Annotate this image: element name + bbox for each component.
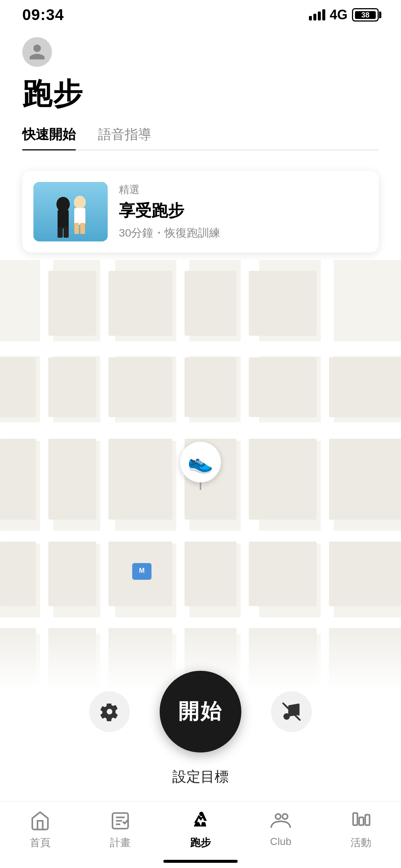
tab-bar: 快速開始 語音指導 — [22, 126, 379, 150]
card-content: 精選 享受跑步 30分鐘・恢復跑訓練 — [119, 183, 368, 241]
block-21 — [249, 542, 317, 607]
block-4 — [249, 271, 317, 336]
nav-label-running: 跑步 — [190, 836, 211, 850]
svg-rect-9 — [80, 223, 85, 234]
tab-quick-start[interactable]: 快速開始 — [22, 126, 76, 150]
nav-label-plan: 計畫 — [110, 836, 131, 850]
music-button[interactable] — [271, 691, 312, 732]
road-h2 — [0, 422, 401, 441]
svg-rect-8 — [74, 223, 79, 234]
card-title: 享受跑步 — [119, 200, 368, 222]
start-button-label: 開始 — [178, 698, 223, 726]
block-2 — [108, 271, 173, 336]
status-bar: 09:34 4G 38 — [0, 0, 401, 30]
svg-text:M: M — [139, 567, 145, 574]
pin-tail — [200, 482, 201, 490]
block-13 — [108, 439, 173, 520]
pin-circle: 👟 — [180, 442, 221, 482]
card-image — [33, 182, 108, 241]
svg-rect-4 — [58, 227, 63, 238]
svg-rect-1 — [33, 182, 108, 241]
featured-card-section: 精選 享受跑步 30分鐘・恢復跑訓練 — [0, 156, 401, 277]
block-1 — [48, 271, 97, 336]
user-icon — [28, 43, 46, 61]
station-label: M — [132, 563, 151, 580]
block-12 — [48, 439, 97, 520]
plan-icon — [108, 809, 132, 833]
start-button[interactable]: 開始 — [160, 671, 241, 752]
block-3 — [185, 271, 237, 336]
svg-point-6 — [74, 196, 86, 209]
svg-rect-22 — [365, 815, 370, 825]
battery-icon: 38 — [352, 8, 379, 22]
block-15 — [249, 439, 317, 520]
avatar[interactable] — [22, 37, 52, 67]
block-17 — [0, 542, 36, 607]
header: 跑步 快速開始 語音指導 — [0, 30, 401, 150]
settings-button[interactable] — [89, 691, 130, 732]
goal-label[interactable]: 設定目標 — [172, 767, 229, 786]
block-5 — [0, 357, 36, 417]
svg-point-19 — [283, 814, 288, 819]
running-icon — [189, 809, 212, 833]
svg-rect-3 — [58, 210, 69, 228]
tab-voice-guide[interactable]: 語音指導 — [98, 126, 151, 150]
block-20 — [185, 542, 237, 607]
club-icon — [269, 809, 293, 833]
controls-row: 開始 — [89, 671, 312, 752]
nav-item-activity[interactable]: 活動 — [321, 809, 401, 850]
svg-rect-21 — [359, 817, 363, 825]
activity-icon — [349, 809, 373, 833]
card-tag: 精選 — [119, 183, 368, 197]
block-22 — [329, 542, 401, 607]
block-18 — [48, 542, 97, 607]
block-6 — [48, 357, 97, 417]
block-8 — [185, 357, 237, 417]
nav-item-running[interactable]: 跑步 — [160, 809, 241, 850]
block-11 — [0, 439, 36, 520]
svg-rect-7 — [74, 208, 85, 225]
block-9 — [249, 357, 317, 417]
featured-card[interactable]: 精選 享受跑步 30分鐘・恢復跑訓練 — [22, 171, 379, 253]
nav-label-club: Club — [270, 836, 291, 848]
road-h1 — [0, 341, 401, 356]
block-7 — [108, 357, 173, 417]
home-indicator — [163, 860, 238, 863]
bottom-overlay: 開始 設定目標 — [0, 615, 401, 801]
card-description: 30分鐘・恢復跑訓練 — [119, 225, 368, 241]
map-section[interactable]: M 淞虹路 長寧大悅城 👟 開始 — [0, 260, 401, 801]
gear-icon — [100, 702, 119, 721]
music-off-icon — [282, 702, 301, 721]
status-icons: 4G 38 — [309, 7, 379, 23]
block-16 — [329, 439, 401, 520]
svg-point-17 — [200, 812, 203, 816]
nav-label-home: 首頁 — [30, 836, 50, 850]
block-10 — [329, 357, 401, 417]
nav-item-plan[interactable]: 計畫 — [80, 809, 160, 850]
svg-point-18 — [276, 814, 281, 819]
network-type: 4G — [330, 7, 348, 23]
home-icon — [28, 809, 52, 833]
shoe-icon: 👟 — [188, 450, 213, 474]
svg-rect-20 — [353, 813, 358, 825]
signal-icon — [309, 9, 325, 20]
card-image-svg — [33, 182, 108, 241]
nav-item-club[interactable]: Club — [241, 809, 321, 848]
nav-item-home[interactable]: 首頁 — [0, 809, 80, 850]
status-time: 09:34 — [22, 6, 64, 24]
bottom-navigation: 首頁 計畫 跑步 — [0, 801, 401, 868]
battery-level: 38 — [355, 11, 376, 19]
svg-rect-5 — [63, 227, 69, 238]
nav-label-activity: 活動 — [351, 836, 371, 850]
location-pin: 👟 — [180, 442, 221, 490]
page-title: 跑步 — [22, 74, 379, 114]
svg-point-2 — [56, 197, 70, 212]
